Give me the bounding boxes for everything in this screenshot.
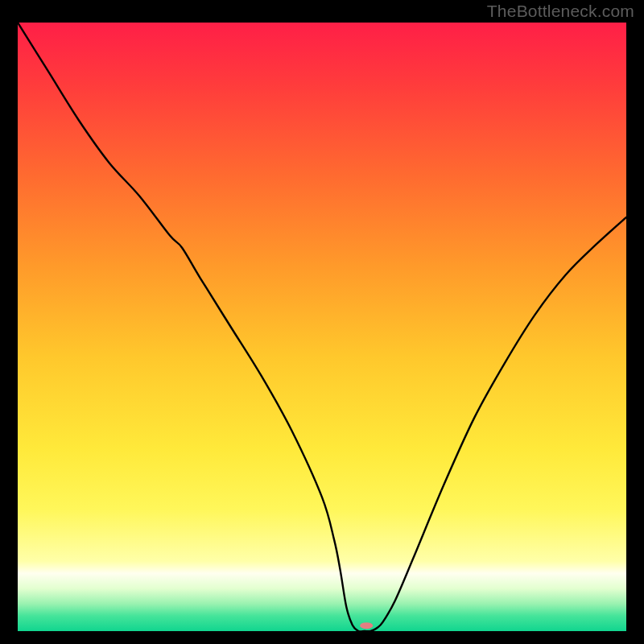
bottleneck-chart	[18, 23, 626, 631]
chart-frame: TheBottleneck.com	[0, 0, 644, 644]
plot-area	[18, 23, 626, 631]
watermark-text: TheBottleneck.com	[487, 2, 634, 21]
gradient-background	[18, 23, 626, 631]
optimum-marker	[360, 622, 373, 629]
